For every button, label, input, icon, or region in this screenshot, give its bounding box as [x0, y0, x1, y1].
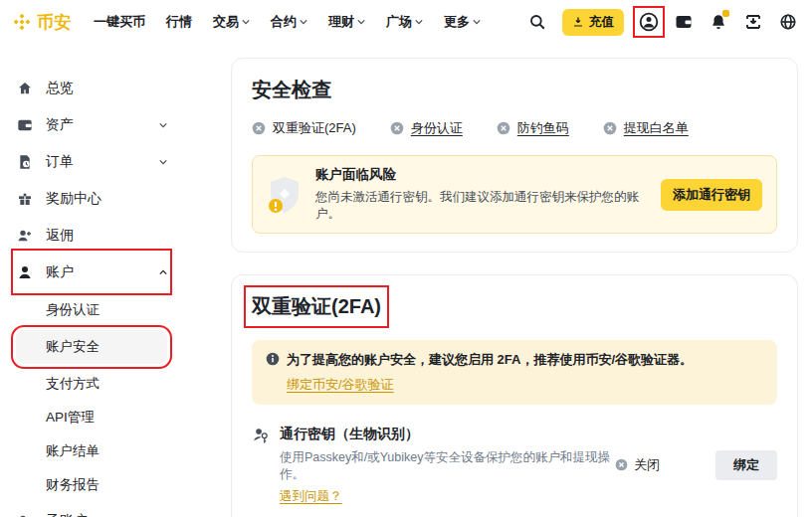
nav-futures[interactable]: 合约	[271, 13, 307, 31]
two-factor-title: 双重验证(2FA)	[252, 293, 381, 320]
sidebar-item-account-security[interactable]: 账户安全	[16, 330, 167, 364]
sidebar-item-overview[interactable]: 总览	[16, 70, 167, 106]
binance-logo[interactable]: 币安	[12, 11, 72, 34]
passkey-row: 通行密钥（生物识别） 使用Passkey和/或Yubikey等安全设备保护您的账…	[252, 426, 777, 505]
two-factor-card: 双重验证(2FA) 为了提高您的账户安全，建议您启用 2FA，推荐使用币安/谷歌…	[231, 274, 798, 517]
chevron-down-icon	[415, 18, 423, 26]
referral-icon	[16, 227, 33, 244]
check-2fa[interactable]: 双重验证(2FA)	[252, 119, 356, 137]
assets-icon	[16, 116, 33, 133]
security-check-row: 双重验证(2FA) 身份认证 防钓鱼码 提现白名单	[252, 119, 777, 137]
sidebar-item-sub-accounts[interactable]: 子账户	[16, 502, 167, 517]
passkey-status: 关闭	[615, 456, 660, 474]
sidebar-item-financial-reports[interactable]: 财务报告	[16, 468, 167, 502]
add-passkey-button[interactable]: 添加通行密钥	[661, 179, 762, 211]
sidebar-item-api-management[interactable]: API管理	[16, 401, 167, 434]
chevron-down-icon	[159, 158, 167, 166]
nav-trade[interactable]: 交易	[213, 13, 250, 31]
passkey-title: 通行密钥（生物识别）	[280, 426, 615, 443]
nav-square[interactable]: 广场	[386, 13, 423, 31]
passkey-desc: 使用Passkey和/或Yubikey等安全设备保护您的账户和提现操作。	[280, 449, 615, 483]
info-icon	[266, 352, 280, 366]
search-icon[interactable]	[527, 12, 547, 32]
check-withdrawal-whitelist[interactable]: 提现白名单	[603, 119, 689, 137]
passkey-icon	[252, 427, 270, 505]
rewards-icon	[16, 190, 33, 207]
circle-x-icon	[497, 121, 510, 135]
nav-earn[interactable]: 理财	[328, 13, 365, 31]
passkey-bind-button[interactable]: 绑定	[715, 450, 777, 480]
risk-banner: 账户面临风险 您尚未激活通行密钥。我们建议添加通行密钥来保护您的账户。 添加通行…	[252, 155, 777, 234]
sidebar-item-assets[interactable]: 资产	[16, 106, 167, 143]
bind-authenticator-link[interactable]: 绑定币安/谷歌验证	[287, 376, 394, 394]
sidebar-item-rewards-hub[interactable]: 奖励中心	[16, 180, 167, 217]
subaccount-icon	[16, 512, 33, 517]
home-icon	[16, 80, 33, 96]
twofa-notice: 为了提高您的账户安全，建议您启用 2FA，推荐使用币安/谷歌验证器。 绑定币安/…	[252, 340, 777, 405]
circle-x-icon	[390, 121, 404, 135]
security-check-card: 安全检查 双重验证(2FA) 身份认证 防钓鱼码 提现白名单	[231, 58, 798, 253]
passkey-help-link[interactable]: 遇到问题？	[280, 488, 342, 505]
circle-x-icon	[252, 121, 266, 135]
sidebar: 总览 资产 订单 奖励中心	[0, 44, 229, 517]
chevron-down-icon	[242, 18, 250, 26]
logo-text: 币安	[37, 11, 72, 34]
circle-x-icon	[615, 458, 628, 471]
chevron-down-icon	[357, 18, 365, 26]
download-icon[interactable]	[743, 12, 763, 32]
shield-warning-icon	[267, 175, 303, 215]
deposit-button[interactable]: 充值	[562, 9, 624, 36]
sidebar-item-account-statement[interactable]: 账户结单	[16, 434, 167, 468]
notification-dot	[722, 10, 729, 17]
sidebar-item-orders[interactable]: 订单	[16, 143, 167, 180]
globe-icon[interactable]	[778, 12, 798, 32]
deposit-arrow-icon	[572, 16, 584, 28]
bell-icon[interactable]	[709, 12, 728, 32]
chevron-down-icon	[159, 121, 167, 129]
binance-diamond-icon	[12, 12, 32, 32]
risk-banner-desc: 您尚未激活通行密钥。我们建议添加通行密钥来保护您的账户。	[315, 189, 648, 223]
security-check-title: 安全检查	[252, 77, 777, 103]
nav-markets[interactable]: 行情	[166, 13, 192, 31]
sidebar-item-account[interactable]: 账户	[16, 254, 167, 290]
circle-x-icon	[603, 121, 617, 135]
check-identity-verification[interactable]: 身份认证	[390, 119, 463, 137]
top-navigation-bar: 币安 一键买币 行情 交易 合约 理财 广场 更多 充值	[0, 0, 812, 44]
main-nav: 一键买币 行情 交易 合约 理财 广场 更多	[94, 13, 481, 31]
risk-banner-title: 账户面临风险	[315, 166, 648, 184]
nav-more[interactable]: 更多	[444, 13, 481, 31]
wallet-icon[interactable]	[674, 12, 694, 32]
sidebar-item-identity-verification[interactable]: 身份认证	[16, 293, 167, 327]
profile-icon[interactable]	[639, 12, 659, 32]
account-icon	[16, 263, 33, 280]
orders-icon	[16, 153, 33, 170]
twofa-notice-text: 为了提高您的账户安全，建议您启用 2FA，推荐使用币安/谷歌验证器。	[287, 351, 693, 369]
main-content: 安全检查 双重验证(2FA) 身份认证 防钓鱼码 提现白名单	[229, 44, 798, 517]
chevron-down-icon	[473, 18, 481, 26]
sidebar-item-payment-methods[interactable]: 支付方式	[16, 367, 167, 401]
sidebar-item-referral[interactable]: 返佣	[16, 217, 167, 254]
check-anti-phishing-code[interactable]: 防钓鱼码	[497, 119, 569, 137]
chevron-down-icon	[300, 18, 307, 26]
chevron-up-icon	[159, 268, 167, 276]
nav-buy-crypto[interactable]: 一键买币	[94, 13, 145, 31]
